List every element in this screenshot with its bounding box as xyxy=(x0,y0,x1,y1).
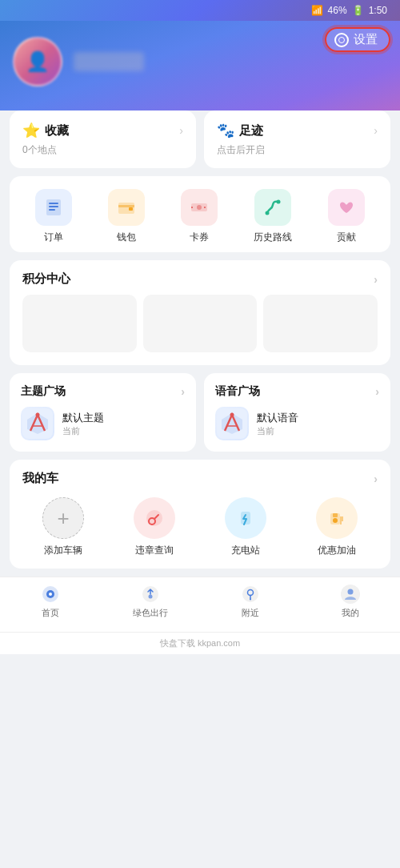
svg-rect-23 xyxy=(333,513,338,517)
watermark: 快盘下载 kkpan.com xyxy=(0,632,400,654)
signal-icon: 📶 xyxy=(311,5,323,16)
battery-icon: 🔋 xyxy=(352,5,364,16)
gas-icon xyxy=(316,497,358,539)
promo-box-2[interactable] xyxy=(143,295,258,352)
theme-voice-row: 主题广场 › 默认主题 当前 xyxy=(10,373,390,452)
voice-card[interactable]: 语音广场 › 默认语音 当前 xyxy=(204,373,390,452)
user-name xyxy=(74,52,144,71)
add-vehicle-label: 添加车辆 xyxy=(44,544,82,557)
theme-map-icon xyxy=(21,407,54,440)
svg-point-8 xyxy=(197,205,202,210)
icon-grid: 订单 钱包 xyxy=(18,189,382,244)
footprint-sub: 点击后开启 xyxy=(217,143,378,157)
settings-icon xyxy=(334,33,349,47)
settings-label: 设置 xyxy=(354,32,378,47)
violation-label: 违章查询 xyxy=(135,544,174,557)
collect-card[interactable]: ⭐ 收藏 › 0个地点 xyxy=(10,111,196,168)
collect-icon: ⭐ xyxy=(22,122,40,139)
promo-box-3[interactable] xyxy=(263,295,378,352)
points-promo-row xyxy=(10,295,390,365)
my-car-section: 我的车 › + 添加车辆 违章查询 xyxy=(10,460,390,569)
orders-icon xyxy=(35,189,72,226)
orders-label: 订单 xyxy=(44,231,63,244)
points-center-header[interactable]: 积分中心 › xyxy=(10,260,390,295)
icon-item-contribute[interactable]: 贡献 xyxy=(328,189,365,244)
icon-item-orders[interactable]: 订单 xyxy=(35,189,72,244)
voice-sub: 当前 xyxy=(257,425,298,437)
car-item-add[interactable]: + 添加车辆 xyxy=(42,497,84,557)
promo-box-1[interactable] xyxy=(22,295,137,352)
main-content: ⭐ 收藏 › 0个地点 🐾 足迹 › 点击后开启 xyxy=(0,99,400,569)
home-label: 首页 xyxy=(42,607,59,619)
add-vehicle-icon: + xyxy=(42,497,84,539)
svg-point-31 xyxy=(250,599,251,601)
contribute-icon xyxy=(328,189,365,226)
svg-point-26 xyxy=(49,593,52,596)
theme-name: 默认主题 xyxy=(62,411,104,425)
contribute-label: 贡献 xyxy=(337,231,356,244)
gas-label: 优惠加油 xyxy=(318,544,356,557)
green-travel-label: 绿色出行 xyxy=(133,607,168,619)
green-travel-icon xyxy=(140,584,161,605)
footprint-chevron: › xyxy=(374,124,378,137)
battery-percent: 46% xyxy=(328,5,347,16)
theme-item: 默认主题 当前 xyxy=(21,407,185,440)
mine-icon xyxy=(340,584,361,605)
svg-point-28 xyxy=(148,595,152,599)
charging-label: 充电站 xyxy=(231,544,260,557)
wallet-icon xyxy=(108,189,145,226)
settings-button[interactable]: 设置 xyxy=(325,27,390,52)
collect-chevron: › xyxy=(179,124,183,137)
theme-text: 默认主题 当前 xyxy=(62,411,104,437)
svg-point-22 xyxy=(333,518,338,523)
voice-title: 语音广场 xyxy=(215,384,260,399)
voice-item: 默认语音 当前 xyxy=(215,407,379,440)
theme-title: 主题广场 xyxy=(21,384,66,399)
points-center-chevron: › xyxy=(374,273,378,286)
voice-text: 默认语音 当前 xyxy=(257,411,298,437)
nav-item-green[interactable]: 绿色出行 xyxy=(100,584,200,619)
theme-card[interactable]: 主题广场 › 默认主题 当前 xyxy=(10,373,196,452)
icon-item-coupon[interactable]: 卡券 xyxy=(181,189,218,244)
voice-header: 语音广场 › xyxy=(215,384,379,399)
violation-icon xyxy=(134,497,175,539)
history-route-icon xyxy=(254,189,291,226)
nearby-icon xyxy=(240,584,261,605)
voice-name: 默认语音 xyxy=(257,411,298,425)
theme-header: 主题广场 › xyxy=(21,384,185,399)
nav-item-nearby[interactable]: 附近 xyxy=(200,584,300,619)
footprint-card[interactable]: 🐾 足迹 › 点击后开启 xyxy=(204,111,390,168)
svg-point-13 xyxy=(36,413,40,417)
footprint-title: 足迹 xyxy=(239,123,263,139)
theme-sub: 当前 xyxy=(62,425,104,437)
nav-item-mine[interactable]: 我的 xyxy=(300,584,400,619)
icon-item-wallet[interactable]: 钱包 xyxy=(108,189,145,244)
icon-grid-card: 订单 钱包 xyxy=(10,176,390,252)
voice-map-icon xyxy=(215,407,249,440)
points-center-card: 积分中心 › xyxy=(10,260,390,365)
charging-icon xyxy=(225,497,266,539)
icon-item-history-route[interactable]: 历史路线 xyxy=(254,189,292,244)
status-bar: 📶 46% 🔋 1:50 xyxy=(0,0,400,21)
avatar[interactable]: 👤 xyxy=(13,37,62,86)
car-title: 我的车 xyxy=(22,471,58,486)
home-icon xyxy=(40,584,61,605)
nearby-label: 附近 xyxy=(242,607,259,619)
nav-item-home[interactable]: 首页 xyxy=(0,584,100,619)
svg-rect-6 xyxy=(129,207,133,211)
wallet-label: 钱包 xyxy=(117,231,136,244)
voice-chevron: › xyxy=(375,385,379,398)
watermark-text: 快盘下载 kkpan.com xyxy=(160,638,240,648)
theme-chevron: › xyxy=(181,385,185,398)
car-item-charging[interactable]: 充电站 xyxy=(225,497,266,557)
car-item-violation[interactable]: 违章查询 xyxy=(134,497,175,557)
collect-title: 收藏 xyxy=(45,123,69,139)
footprint-icon: 🐾 xyxy=(217,122,234,139)
car-item-gas[interactable]: 优惠加油 xyxy=(316,497,358,557)
svg-rect-3 xyxy=(49,209,55,211)
svg-rect-2 xyxy=(49,206,58,207)
car-grid: + 添加车辆 违章查询 xyxy=(18,497,382,557)
coupon-label: 卡券 xyxy=(190,231,209,244)
car-chevron: › xyxy=(374,472,378,485)
user-info xyxy=(74,52,144,71)
